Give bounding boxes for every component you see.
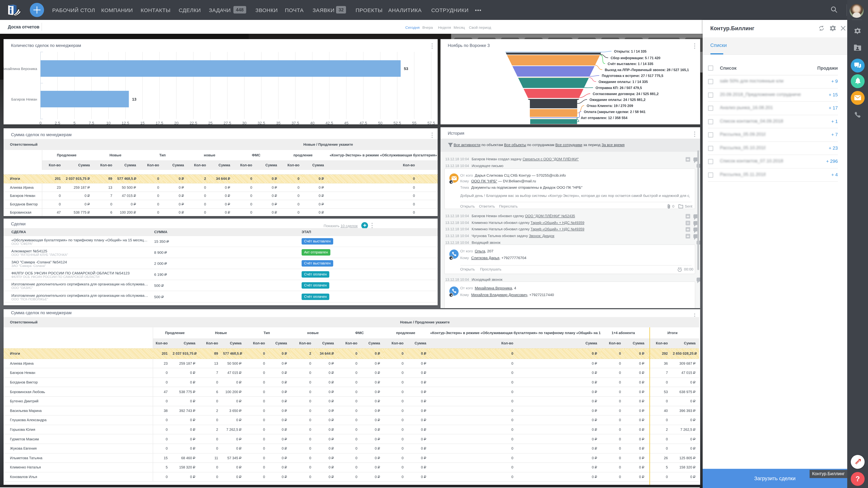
svg-text:Отправка КП: 26 / 507 479,5: Отправка КП: 26 / 507 479,5	[595, 86, 642, 90]
svg-text:Ожидание оплаты: 24 / 525 881,: Ожидание оплаты: 24 / 525 881,2	[589, 98, 646, 102]
svg-text:27.5: 27.5	[224, 121, 231, 124]
svg-text:47.5: 47.5	[360, 121, 367, 124]
svg-text:35: 35	[276, 121, 280, 124]
svg-text:Оплата (закрытие сделки: 2 / 5: Оплата (закрытие сделки: 2 / 58 941	[584, 110, 646, 114]
svg-text:13: 13	[132, 97, 136, 102]
svg-text:2.5: 2.5	[55, 121, 60, 124]
svg-text:Согласование договора: 24 / 52: Согласование договора: 24 / 525 881,2	[592, 92, 658, 96]
svg-text:53: 53	[404, 66, 408, 71]
svg-text:40: 40	[310, 121, 314, 124]
svg-text:37.5: 37.5	[291, 121, 299, 124]
svg-text:57.5: 57.5	[428, 121, 435, 124]
svg-text:Счёт выставлен: 1 / 14 335: Счёт выставлен: 1 / 14 335	[608, 62, 653, 66]
svg-text:5: 5	[73, 121, 75, 124]
svg-text:10: 10	[106, 121, 111, 124]
svg-text:Выход на ЛПР–Первичный звонок:: Выход на ЛПР–Первичный звонок: 28 / 527 …	[604, 68, 689, 72]
svg-text:50: 50	[378, 121, 382, 124]
svg-text:Багиров Неман: Багиров Неман	[11, 97, 37, 101]
svg-text:Ожидание оплаты: 1 / 14 335: Ожидание оплаты: 1 / 14 335	[598, 80, 648, 84]
svg-text:Сбор информации: 5 / 71 420: Сбор информации: 5 / 71 420	[611, 56, 660, 60]
svg-text:Акт отправлен: 12 / 358 554: Акт отправлен: 12 / 358 554	[581, 116, 627, 120]
svg-text:Михайлина Вероника: Михайлина Вероника	[4, 67, 37, 71]
svg-text:7.5: 7.5	[89, 121, 94, 124]
svg-text:45: 45	[344, 121, 348, 124]
svg-text:Открыта: 1 / 14 335: Открыта: 1 / 14 335	[614, 49, 646, 53]
svg-text:20: 20	[174, 121, 179, 124]
svg-text:Отказ Клиента: 19 / 270 209: Отказ Клиента: 19 / 270 209	[587, 104, 633, 108]
svg-text:17.5: 17.5	[156, 121, 163, 124]
svg-text:30: 30	[242, 121, 247, 124]
svg-text:42.5: 42.5	[326, 121, 333, 124]
svg-text:0: 0	[39, 121, 41, 124]
svg-text:Подготовка к встрече: 27 / 517: Подготовка к встрече: 27 / 517 775,5	[601, 74, 663, 78]
svg-text:32.5: 32.5	[257, 121, 265, 124]
svg-text:12.5: 12.5	[122, 121, 129, 124]
svg-text:25: 25	[208, 121, 212, 124]
svg-text:22.5: 22.5	[189, 121, 197, 124]
svg-text:15: 15	[140, 121, 145, 124]
svg-text:55: 55	[412, 121, 416, 124]
svg-text:52.5: 52.5	[394, 121, 401, 124]
